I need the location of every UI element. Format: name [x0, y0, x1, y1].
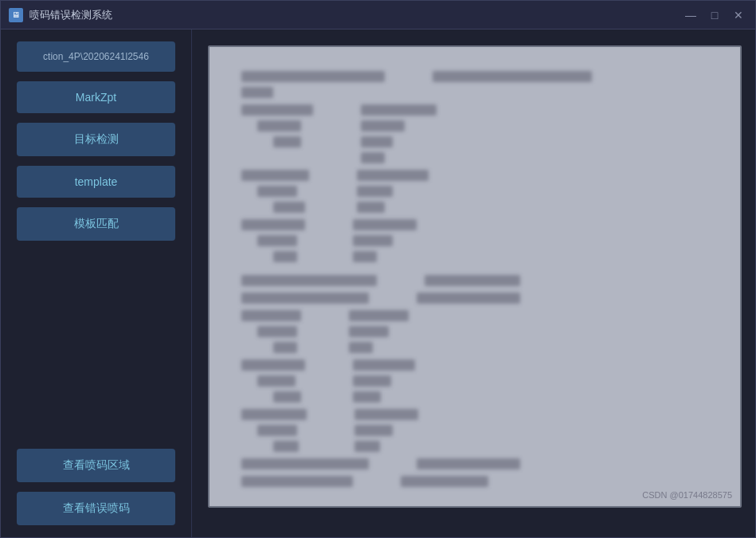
view-error-button[interactable]: 查看错误喷码	[17, 492, 175, 525]
blur-text	[241, 275, 377, 286]
blur-row-10	[241, 476, 708, 487]
blur-col-left-1	[241, 104, 313, 163]
template-button[interactable]: template	[17, 166, 175, 198]
blur-text	[241, 359, 305, 371]
blur-text	[354, 425, 393, 436]
image-inner: CSDN @01744828575	[210, 47, 740, 506]
blur-row-5	[241, 293, 708, 304]
blur-row-3	[241, 219, 708, 262]
blur-text	[353, 251, 377, 262]
blur-row-9	[241, 458, 708, 469]
blur-text	[361, 104, 437, 116]
blur-col-right-header	[433, 71, 592, 98]
blur-text	[353, 235, 393, 246]
blur-text	[425, 275, 520, 286]
blur-text	[257, 235, 297, 246]
blur-col-right-9	[417, 458, 520, 469]
blur-col-right-2	[357, 170, 429, 213]
view-spray-button[interactable]: 查看喷码区域	[17, 449, 175, 482]
blur-text	[273, 136, 301, 147]
blur-text	[349, 310, 409, 321]
blur-col-left-10	[241, 476, 353, 487]
blur-row-2	[241, 170, 708, 213]
blur-text	[349, 342, 373, 353]
app-icon: 🖥	[9, 8, 23, 22]
blur-text	[241, 310, 301, 321]
blur-row-4	[241, 275, 708, 286]
title-bar: 🖥 喷码错误检测系统 — □ ✕	[1, 1, 755, 29]
blur-col-left-header	[241, 71, 385, 98]
main-content: ction_4P\20206241l2546 MarkZpt 目标检测 temp…	[1, 29, 755, 537]
blur-col-right-1	[361, 104, 437, 163]
blur-col-left-5	[241, 293, 369, 304]
blur-row-6	[241, 310, 708, 353]
blur-text	[273, 202, 305, 213]
blur-col-left-9	[241, 458, 369, 469]
content-area: CSDN @01744828575	[192, 29, 755, 537]
blur-text	[273, 441, 299, 452]
blur-text	[353, 359, 415, 371]
blur-col-left-7	[241, 359, 305, 403]
blur-col-right-5	[417, 293, 520, 304]
blur-col-right-8	[354, 409, 418, 452]
blur-text	[353, 391, 381, 403]
blur-text	[354, 409, 418, 420]
blur-text	[273, 391, 301, 403]
blur-text	[361, 136, 393, 147]
blur-col-left-3	[241, 219, 305, 262]
blur-col-left-4	[241, 275, 377, 286]
blur-text	[241, 170, 309, 181]
blur-text	[401, 476, 488, 487]
blur-text	[417, 458, 520, 469]
path-button[interactable]: ction_4P\20206241l2546	[17, 41, 175, 72]
blur-col-right-10	[401, 476, 488, 487]
blur-text	[349, 326, 389, 337]
sidebar: ction_4P\20206241l2546 MarkZpt 目标检测 temp…	[1, 29, 192, 537]
blur-text	[273, 342, 297, 353]
blur-text	[353, 375, 391, 387]
image-content	[210, 47, 740, 506]
minimize-button[interactable]: —	[682, 6, 699, 24]
window-title: 喷码错误检测系统	[29, 8, 682, 22]
blur-text	[361, 152, 385, 163]
blur-text	[241, 409, 307, 420]
watermark: CSDN @01744828575	[642, 490, 732, 500]
image-display: CSDN @01744828575	[208, 45, 742, 508]
blur-row-header	[241, 71, 708, 98]
window-controls: — □ ✕	[682, 6, 747, 24]
blur-col-left-6	[241, 310, 301, 353]
blur-text	[241, 476, 353, 487]
blur-text	[241, 104, 313, 116]
blur-text	[241, 87, 273, 98]
blur-text	[273, 251, 297, 262]
blur-text	[361, 120, 405, 132]
blur-text	[257, 326, 297, 337]
blur-row-1	[241, 104, 708, 163]
blur-text	[357, 202, 385, 213]
blur-text	[433, 71, 592, 82]
blur-col-right-6	[349, 310, 409, 353]
close-button[interactable]: ✕	[730, 6, 747, 24]
detect-button[interactable]: 目标检测	[17, 123, 175, 156]
sidebar-spacer	[17, 250, 175, 439]
markzpt-button[interactable]: MarkZpt	[17, 81, 175, 113]
blur-row-8	[241, 409, 708, 452]
blur-text	[357, 186, 393, 197]
maximize-button[interactable]: □	[706, 6, 723, 24]
blur-text	[257, 425, 297, 436]
match-button[interactable]: 模板匹配	[17, 207, 175, 241]
blur-col-left-2	[241, 170, 309, 213]
blur-text	[257, 375, 296, 387]
blur-text	[241, 219, 305, 230]
blur-text	[353, 219, 417, 230]
main-window: 🖥 喷码错误检测系统 — □ ✕ ction_4P\20206241l2546 …	[0, 0, 756, 538]
blur-text	[241, 71, 385, 82]
blur-col-right-4	[425, 275, 520, 286]
blur-col-right-7	[353, 359, 415, 403]
blur-row-7	[241, 359, 708, 403]
blur-text	[357, 170, 429, 181]
blur-text	[354, 441, 380, 452]
blur-col-left-8	[241, 409, 307, 452]
blur-text	[241, 458, 369, 469]
blur-col-right-3	[353, 219, 417, 262]
